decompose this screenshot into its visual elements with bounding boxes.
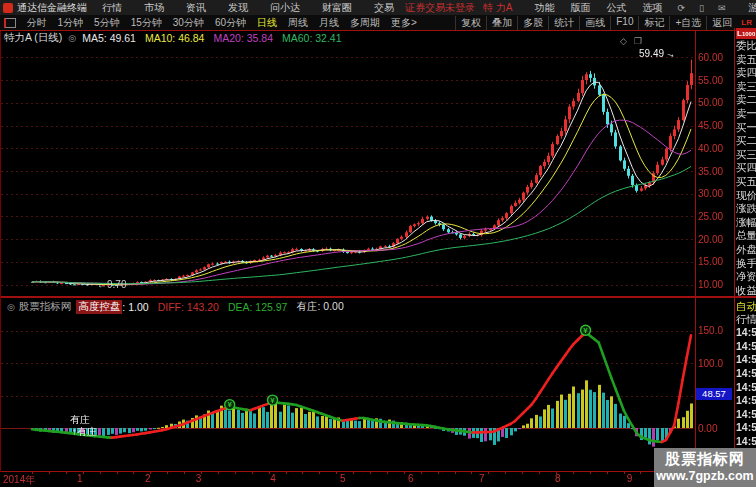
watermark-site-name: 股票指标网 — [654, 450, 756, 468]
toolbar-item[interactable]: 多股 — [517, 16, 548, 30]
period-tab[interactable]: 月线 — [314, 16, 345, 30]
axis-tick — [235, 471, 236, 474]
axis-tick — [83, 471, 84, 474]
quote-row-label: 涨幅 — [736, 216, 756, 230]
quote-row-label: 买一 — [736, 121, 756, 135]
menu-item[interactable]: 选项 — [634, 1, 670, 15]
axis-tick — [49, 471, 50, 474]
axis-tick — [640, 471, 641, 474]
axis-tick — [488, 471, 489, 474]
period-tab[interactable]: 5分钟 — [89, 16, 126, 30]
toolbar-item[interactable]: +自选 — [669, 16, 706, 30]
toolbar-item[interactable]: 统计 — [548, 16, 579, 30]
quote-row-label: 外盘 — [736, 243, 756, 257]
eye-icon[interactable]: ◎ — [68, 33, 76, 43]
price-tick-label: 10.00 — [698, 279, 723, 290]
menu-item[interactable]: 版面 — [562, 1, 598, 15]
phone-icon[interactable]: ▯ — [692, 3, 711, 13]
tick-time-row: 14:56 — [736, 367, 756, 381]
date-tick-label: 7 — [479, 473, 485, 484]
axis-tick — [286, 471, 287, 474]
watermark: 股票指标网 www.7gpzb.com — [654, 448, 756, 487]
menu-item[interactable]: 公式 — [598, 1, 634, 15]
axis-tick — [269, 471, 270, 474]
eye-icon[interactable]: ◎ — [7, 302, 15, 312]
period-tab[interactable]: 多周期 — [345, 16, 386, 30]
window-layout-icon[interactable] — [4, 18, 16, 28]
period-tab[interactable]: 1分钟 — [52, 16, 89, 30]
tdx-terminal-window: 通达信金融终端 行情市场资讯发现问小达财富圈交易 证券交易未登录 特 力A 功能… — [0, 0, 756, 487]
guest-user-button[interactable]: 游客 — [733, 1, 756, 15]
axis-tick — [471, 471, 472, 474]
menu-bar: 通达信金融终端 行情市场资讯发现问小达财富圈交易 证券交易未登录 特 力A 功能… — [0, 0, 756, 15]
last-price-annotation: 59.49→ — [639, 48, 676, 59]
toolbar-item[interactable]: 叠加 — [486, 16, 517, 30]
period-tab[interactable]: 15分钟 — [125, 16, 167, 30]
dea-value: DEA: 125.97 — [228, 301, 288, 313]
axis-tick — [505, 471, 506, 474]
toolbar-item[interactable]: 标记 — [638, 16, 669, 30]
period-tab[interactable]: 周线 — [283, 16, 314, 30]
refresh-icon[interactable]: ⟳ — [670, 3, 692, 13]
mail-icon[interactable]: ✉ — [711, 3, 733, 13]
axis-tick — [66, 471, 67, 474]
popout-window-icon[interactable]: ❐ — [634, 36, 642, 46]
toolbar-item[interactable]: 返回 — [706, 16, 737, 30]
main-candlestick-chart[interactable] — [0, 45, 695, 297]
axis-tick — [455, 471, 456, 474]
chart-title: 特力A (日线) — [4, 31, 62, 45]
axis-tick — [319, 471, 320, 474]
sidebar-tab[interactable]: 自动 — [736, 300, 756, 313]
menu-item[interactable]: 行情 — [91, 1, 133, 15]
period-tab[interactable]: 分时 — [21, 16, 52, 30]
indicator-tick-label: 0.00 — [698, 423, 717, 434]
tick-time-row: 14:56 — [736, 340, 756, 354]
menu-item[interactable]: 交易 — [363, 1, 405, 15]
period-tab[interactable]: 60分钟 — [209, 16, 251, 30]
watermark-url: www.7gpzb.com — [654, 468, 756, 484]
ma-legend: MA5: 49.61MA10: 46.84MA20: 35.84MA60: 32… — [82, 32, 350, 44]
toolbar-item[interactable]: 画线 — [579, 16, 610, 30]
diamond-icon[interactable]: ◇ — [620, 36, 627, 46]
sidebar-tab[interactable]: 行情 — [736, 313, 756, 326]
main-chart-header: 特力A (日线) ◎ MA5: 49.61MA10: 46.84MA20: 35… — [0, 31, 694, 45]
chart-tools: 复权叠加多股统计画线F10标记+自选返回 — [455, 16, 737, 30]
tick-time-list: 14:5614:5614:5614:5614:5614:5614:5614:56… — [736, 326, 756, 462]
ma-label: MA10: 46.84 — [145, 32, 205, 44]
price-tick-label: 25.00 — [698, 211, 723, 222]
menu-item[interactable]: 市场 — [133, 1, 175, 15]
login-status-text: 证券交易未登录 — [405, 1, 475, 15]
menu-right-group: 功能版面公式选项 — [526, 1, 670, 15]
toolbar-item[interactable]: F10 — [610, 16, 638, 30]
price-tick-label: 45.00 — [698, 120, 723, 131]
period-tab[interactable]: 更多> — [386, 16, 423, 30]
axis-tick — [100, 471, 101, 474]
menu-item[interactable]: 问小达 — [259, 1, 311, 15]
indicator-name-chip[interactable]: 高度控盘 — [76, 300, 122, 314]
quote-row-label: 净资 — [736, 270, 756, 284]
quote-row-label: 卖三 — [736, 80, 756, 94]
indicator-chart[interactable] — [0, 316, 695, 471]
menu-item[interactable]: 发现 — [217, 1, 259, 15]
tick-time-row: 14:56 — [736, 421, 756, 435]
price-tick-label: 15.00 — [698, 256, 723, 267]
menu-item[interactable]: 资讯 — [175, 1, 217, 15]
low-price-annotation: ←9.70 — [97, 279, 126, 290]
menu-item[interactable]: 功能 — [526, 1, 562, 15]
tick-time-row: 14:56 — [736, 435, 756, 449]
date-tick-label: 6 — [408, 473, 414, 484]
axis-tick — [302, 471, 303, 474]
period-tab[interactable]: 日线 — [252, 16, 283, 30]
app-title: 通达信金融终端 — [17, 1, 87, 15]
sidebar-tabs: 自动行情 — [736, 300, 756, 326]
period-tab[interactable]: 30分钟 — [167, 16, 209, 30]
quote-row-label: 买二 — [736, 134, 756, 148]
tick-time-row: 14:56 — [736, 326, 756, 340]
date-tick-label: 9 — [627, 473, 633, 484]
quote-row-label: 卖一 — [736, 107, 756, 121]
quote-row-label: 总量 — [736, 229, 756, 243]
axis-tick — [607, 471, 608, 474]
menu-item[interactable]: 财富圈 — [311, 1, 363, 15]
indicator-tick-label: 150.0 — [698, 325, 723, 336]
toolbar-item[interactable]: 复权 — [455, 16, 486, 30]
